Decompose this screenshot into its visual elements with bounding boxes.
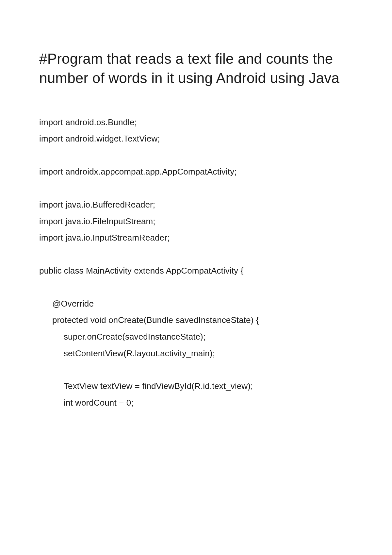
code-line: import androidx.appcompat.app.AppCompatA… <box>39 163 353 180</box>
code-line: setContentView(R.layout.activity_main); <box>39 345 353 362</box>
blank-line <box>39 147 353 163</box>
blank-line <box>39 180 353 196</box>
blank-line <box>39 362 353 378</box>
code-line: protected void onCreate(Bundle savedInst… <box>39 312 353 328</box>
code-line: import java.io.FileInputStream; <box>39 213 353 230</box>
document-title: #Program that reads a text file and coun… <box>39 49 353 88</box>
code-line: import java.io.BufferedReader; <box>39 196 353 213</box>
code-line: import android.widget.TextView; <box>39 130 353 147</box>
code-line: TextView textView = findViewById(R.id.te… <box>39 378 353 395</box>
code-line: @Override <box>39 295 353 312</box>
code-line: super.onCreate(savedInstanceState); <box>39 328 353 345</box>
code-line: import android.os.Bundle; <box>39 114 353 131</box>
code-line: int wordCount = 0; <box>39 395 353 411</box>
code-block: import android.os.Bundle; import android… <box>39 114 353 411</box>
blank-line <box>39 246 353 262</box>
code-line: public class MainActivity extends AppCom… <box>39 262 353 279</box>
code-line: import java.io.InputStreamReader; <box>39 229 353 246</box>
blank-line <box>39 279 353 295</box>
